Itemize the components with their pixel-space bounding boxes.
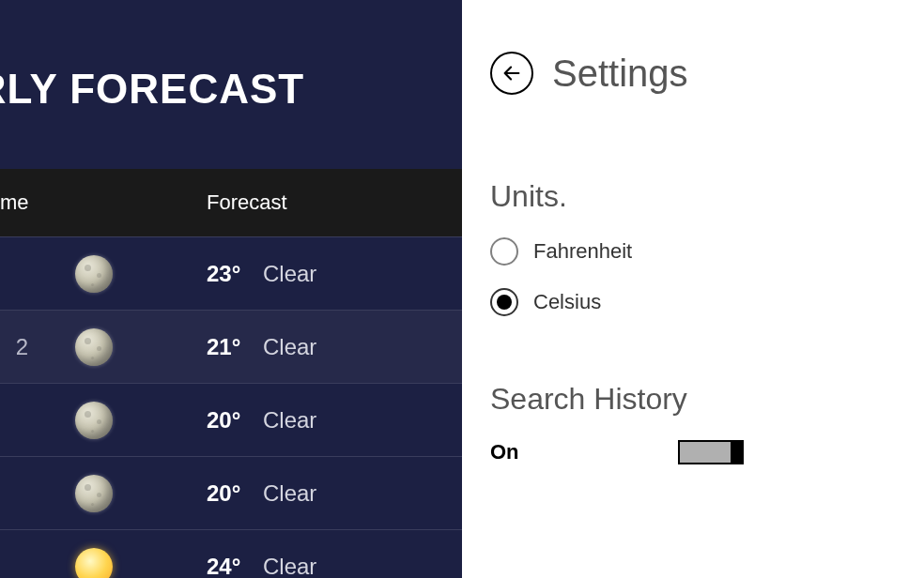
search-history-state: On: [490, 440, 519, 464]
forecast-icon-cell: [28, 548, 160, 579]
column-forecast-header: Forecast: [160, 190, 462, 215]
settings-title: Settings: [552, 53, 688, 95]
moon-icon: [75, 402, 113, 439]
units-radio-group: FahrenheitCelsius: [490, 237, 924, 316]
radio-button: [490, 288, 518, 316]
back-button[interactable]: [490, 52, 533, 95]
forecast-temp: 21°: [160, 334, 254, 360]
forecast-time: 2: [0, 334, 28, 360]
settings-panel: Settings Units. FahrenheitCelsius Search…: [462, 0, 924, 578]
moon-icon: [75, 255, 113, 293]
forecast-icon-cell: [28, 475, 160, 512]
radio-label: Fahrenheit: [533, 239, 632, 264]
settings-header: Settings: [490, 52, 924, 95]
forecast-condition: Clear: [254, 407, 462, 434]
radio-label: Celsius: [533, 290, 601, 314]
forecast-row[interactable]: 20°Clear: [0, 383, 462, 456]
forecast-title: URLY FORECAST: [0, 66, 462, 113]
sun-icon: [75, 548, 113, 579]
forecast-temp: 20°: [160, 480, 254, 507]
forecast-icon-cell: [28, 402, 160, 439]
forecast-temp: 24°: [160, 554, 254, 579]
forecast-panel: URLY FORECAST me Forecast 23°Clear221°Cl…: [0, 0, 462, 578]
forecast-temp: 20°: [160, 407, 254, 434]
toggle-handle: [731, 440, 744, 464]
radio-dot-icon: [497, 295, 512, 310]
units-section-label: Units.: [490, 179, 924, 214]
units-option-fahrenheit[interactable]: Fahrenheit: [490, 237, 924, 266]
moon-icon: [75, 475, 113, 512]
forecast-row[interactable]: 221°Clear: [0, 310, 462, 383]
forecast-row[interactable]: 24°Clear: [0, 529, 462, 578]
units-option-celsius[interactable]: Celsius: [490, 288, 924, 316]
forecast-condition: Clear: [254, 261, 462, 287]
forecast-condition: Clear: [254, 334, 462, 360]
column-time-header: me: [0, 190, 28, 215]
forecast-table-header: me Forecast: [0, 169, 462, 236]
forecast-icon-cell: [28, 328, 160, 366]
search-history-toggle-row: On: [490, 440, 744, 464]
arrow-left-icon: [501, 63, 522, 84]
forecast-icon-cell: [28, 255, 160, 293]
search-history-toggle[interactable]: [678, 440, 744, 464]
forecast-condition: Clear: [254, 480, 462, 507]
forecast-condition: Clear: [254, 554, 462, 579]
forecast-temp: 23°: [160, 261, 254, 287]
moon-icon: [75, 328, 113, 366]
search-history-section-label: Search History: [490, 382, 924, 417]
forecast-row[interactable]: 20°Clear: [0, 456, 462, 529]
forecast-table-body: 23°Clear221°Clear20°Clear20°Clear24°Clea…: [0, 236, 462, 578]
radio-button: [490, 237, 518, 266]
forecast-row[interactable]: 23°Clear: [0, 236, 462, 310]
